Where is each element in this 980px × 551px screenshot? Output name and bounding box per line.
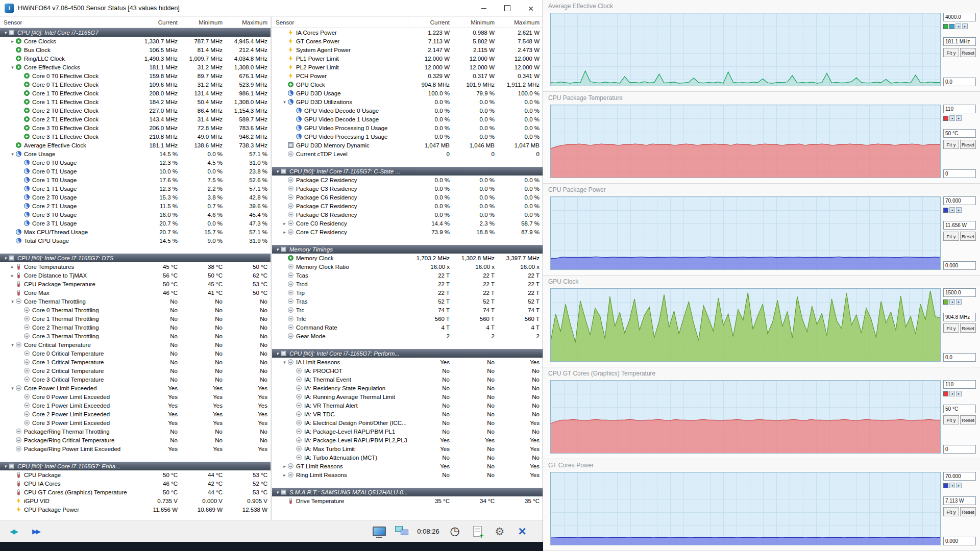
fit-y-button[interactable]: Fit y <box>943 232 959 241</box>
series-color-chip[interactable] <box>943 208 948 213</box>
sensor-row[interactable]: Core 0 T1 Usage10.0 %0.0 %23.8 % <box>0 167 271 176</box>
reset-button[interactable]: Reset <box>960 48 976 57</box>
sensor-row[interactable]: Core 3 Thermal ThrottlingNoNoNo <box>0 332 271 340</box>
y-min-input[interactable]: 0.000 <box>943 261 976 270</box>
y-min-input[interactable]: 0.0 <box>943 78 976 86</box>
sensor-row[interactable]: CPU GT Cores (Graphics) Temperature50 °C… <box>0 488 271 496</box>
sensor-row[interactable]: Gear Mode222 <box>272 332 543 340</box>
sensor-row[interactable]: Max CPU/Thread Usage20.7 %15.7 %57.1 % <box>0 228 271 236</box>
sensor-row[interactable]: Trcd22 T22 T22 T <box>272 280 543 288</box>
expand-arrow-icon[interactable]: ▸ <box>281 221 288 226</box>
sensor-row[interactable]: Core 0 Thermal ThrottlingNoNoNo <box>0 306 271 314</box>
sensor-row[interactable]: ▸Core C7 Residency73.9 %18.8 %87.9 % <box>272 228 543 236</box>
sensor-row[interactable]: ▸Core C0 Residency14.4 %2.3 %58.7 % <box>272 219 543 228</box>
sensor-row[interactable]: GPU Video Processing 1 Usage0.0 %0.0 %0.… <box>272 132 543 141</box>
sensor-row[interactable]: Core 1 T1 Effective Clock184.2 MHz50.4 M… <box>0 97 271 106</box>
sensor-row[interactable]: PL1 Power Limit12.000 W12.000 W12.000 W <box>272 54 543 63</box>
close-button[interactable]: × <box>519 0 543 16</box>
sensor-row[interactable]: Core 2 Power Limit ExceededYesYesYes <box>0 410 271 418</box>
sensor-row[interactable]: IA: Electrical Design Point/Other (ICC..… <box>272 418 543 427</box>
collapse-arrow-icon[interactable]: ▾ <box>9 386 16 391</box>
scroll-right-icon[interactable]: ▸ <box>956 207 962 213</box>
sensor-row[interactable]: PL2 Power Limit12.000 W12.000 W12.000 W <box>272 63 543 71</box>
series-color-chip[interactable] <box>943 391 948 396</box>
sensor-row[interactable]: Core 3 Critical TemperatureNoNoNo <box>0 375 271 384</box>
scroll-left-icon[interactable]: ◂ <box>955 23 961 29</box>
fit-y-button[interactable]: Fit y <box>943 48 959 57</box>
sensor-row[interactable]: Tcas22 T22 T22 T <box>272 271 543 280</box>
fit-y-button[interactable]: Fit y <box>943 140 959 149</box>
collapse-arrow-icon[interactable]: ▾ <box>2 464 9 469</box>
sensor-row[interactable]: Package C8 Residency0.0 %0.0 %0.0 % <box>272 210 543 219</box>
sensor-row[interactable]: Drive Temperature35 °C34 °C35 °C <box>272 496 543 505</box>
sensor-row[interactable]: Core 1 T1 Usage12.3 %2.2 %57.1 % <box>0 184 271 193</box>
scroll-right-icon[interactable]: ▸ <box>956 391 962 396</box>
maximize-button[interactable] <box>496 0 519 16</box>
sensor-row[interactable]: IA: Max Turbo LimitYesNoYes <box>272 444 543 453</box>
section-header-row[interactable]: ▾CPU [#0]: Intel Core i7-1165G7: C-State… <box>272 167 543 176</box>
column-minimum[interactable]: Minimum <box>181 17 226 28</box>
section-header-row[interactable]: ▾CPU [#0]: Intel Core i7-1165G7: DTS <box>0 254 271 262</box>
sensor-row[interactable]: CPU Package Temperature50 °C45 °C53 °C <box>0 280 271 288</box>
reset-button[interactable]: Reset <box>960 415 976 424</box>
sensor-row[interactable]: IA: PROCHOTNoNoNo <box>272 366 543 375</box>
sensor-row[interactable]: Core 2 Critical TemperatureNoNoNo <box>0 366 271 375</box>
scroll-left-icon[interactable]: ◂ <box>949 299 955 305</box>
sensor-row[interactable]: IA: VR TDCNoNoNo <box>272 410 543 418</box>
sensor-row[interactable]: GT Cores Power7.113 W5.802 W7.548 W <box>272 37 543 45</box>
y-max-input[interactable]: 1500.0 <box>943 288 976 297</box>
scroll-right-icon[interactable]: ▸ <box>956 115 962 121</box>
sensor-row[interactable]: GPU D3D Usage100.0 %79.9 %100.0 % <box>272 89 543 97</box>
column-header-right[interactable]: Sensor Current Minimum Maximum <box>272 17 543 28</box>
sensor-row[interactable]: ▾Core Thermal ThrottlingNoNoNo <box>0 297 271 306</box>
collapse-arrow-icon[interactable]: ▾ <box>281 360 288 365</box>
sensor-row[interactable]: Core 2 T0 Effective Clock227.0 MHz86.4 M… <box>0 106 271 115</box>
collapse-arrow-icon[interactable]: ▾ <box>274 490 281 495</box>
forward-button[interactable]: ▶▶ <box>27 523 45 539</box>
sensor-row[interactable]: Core 0 T0 Effective Clock159.8 MHz89.7 M… <box>0 71 271 80</box>
close-sensors-button[interactable]: × <box>513 523 531 539</box>
column-sensor[interactable]: Sensor <box>272 19 408 26</box>
sensor-row[interactable]: Core 1 T0 Effective Clock208.0 MHz131.4 … <box>0 89 271 97</box>
collapse-arrow-icon[interactable]: ▾ <box>274 247 281 252</box>
section-header-row[interactable]: ▾Memory Timings <box>272 245 543 254</box>
reset-button[interactable]: Reset <box>960 232 976 241</box>
reset-button[interactable]: Reset <box>960 507 976 516</box>
scroll-right-icon[interactable]: ▸ <box>962 23 968 29</box>
sensor-row[interactable]: Core 2 Thermal ThrottlingNoNoNo <box>0 323 271 332</box>
collapse-arrow-icon[interactable]: ▾ <box>274 351 281 356</box>
sensor-row[interactable]: Package C2 Residency0.0 %0.0 %0.0 % <box>272 176 543 184</box>
fit-y-button[interactable]: Fit y <box>943 507 959 516</box>
reset-button[interactable]: Reset <box>960 140 976 149</box>
sensor-row[interactable]: ▸Core Clocks1,330.7 MHz787.7 MHz4,945.4 … <box>0 37 271 45</box>
sensor-row[interactable]: GPU Video Decode 1 Usage0.0 %0.0 %0.0 % <box>272 115 543 123</box>
system-summary-button[interactable] <box>370 523 388 539</box>
sensor-row[interactable]: Current cTDP Level000 <box>272 149 543 158</box>
collapse-arrow-icon[interactable]: ▾ <box>274 169 281 174</box>
series-color-chip[interactable] <box>949 24 954 29</box>
sensor-row[interactable]: IA Cores Power1.223 W0.988 W2.621 W <box>272 28 543 37</box>
column-current[interactable]: Current <box>136 17 181 28</box>
y-max-input[interactable]: 70.000 <box>943 472 976 481</box>
fit-y-button[interactable]: Fit y <box>943 415 959 424</box>
sensor-row[interactable]: Ring/LLC Clock1,490.3 MHz1,009.7 MHz4,03… <box>0 54 271 63</box>
expand-arrow-icon[interactable]: ▸ <box>281 472 288 478</box>
sensor-row[interactable]: ▾Core Power Limit ExceededYesYesYes <box>0 384 271 392</box>
series-color-chip[interactable] <box>943 116 948 121</box>
minimize-button[interactable] <box>472 0 496 16</box>
scroll-left-icon[interactable]: ◂ <box>949 391 955 396</box>
sensor-row[interactable]: Core 0 T0 Usage12.3 %4.5 %31.0 % <box>0 158 271 167</box>
section-header-row[interactable]: ▾S.M.A.R.T.: SAMSUNG MZALQ512HALU-0... <box>272 488 543 496</box>
sensor-row[interactable]: Core 3 T1 Usage20.7 %0.0 %47.3 % <box>0 219 271 228</box>
sensor-row[interactable]: CPU IA Cores46 °C42 °C52 °C <box>0 479 271 488</box>
settings-button[interactable]: ⚙ <box>491 523 509 539</box>
column-current[interactable]: Current <box>408 17 453 28</box>
sensor-row[interactable]: Core 0 T1 Effective Clock109.6 MHz31.2 M… <box>0 80 271 89</box>
sensor-row[interactable]: IA: VR Thermal AlertNoNoNo <box>272 401 543 410</box>
sensor-row[interactable]: Package/Ring Power Limit ExceededYesYesY… <box>0 444 271 453</box>
scroll-right-icon[interactable]: ▸ <box>956 299 962 305</box>
sensor-row[interactable]: GPU D3D Memory Dynamic1,047 MB1,046 MB1,… <box>272 141 543 149</box>
sensor-row[interactable]: ▸Core Distance to TjMAX56 °C50 °C62 °C <box>0 271 271 280</box>
series-color-chip[interactable] <box>943 24 948 29</box>
sensor-row[interactable]: Core 1 Critical TemperatureNoNoNo <box>0 358 271 366</box>
